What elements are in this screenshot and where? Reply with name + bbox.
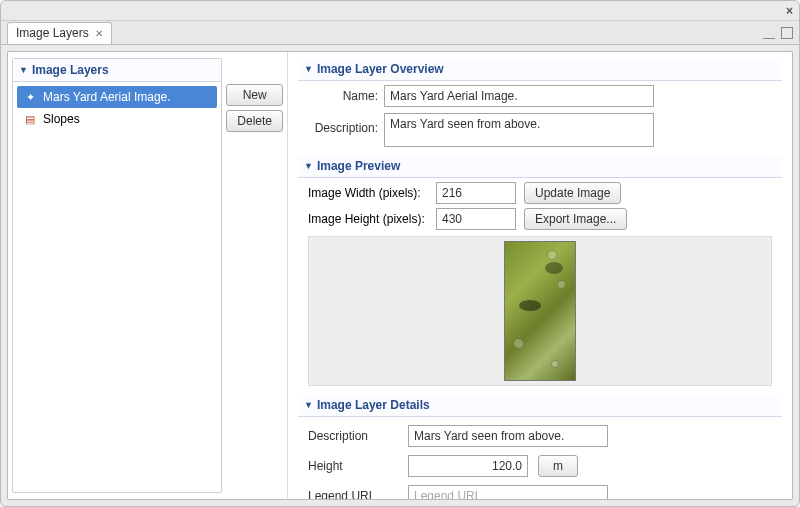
tree-button-column: New Delete xyxy=(226,58,283,493)
details-height-label: Height xyxy=(308,459,398,473)
overview-section: ▼ Image Layer Overview Name: Description… xyxy=(298,58,782,147)
window-close-icon[interactable]: × xyxy=(786,4,793,18)
details-legend-input[interactable] xyxy=(408,485,608,499)
delete-button[interactable]: Delete xyxy=(226,110,283,132)
details-header[interactable]: ▼ Image Layer Details xyxy=(298,394,782,417)
description-input[interactable] xyxy=(384,113,654,147)
left-column: ▼ Image Layers ✦ Mars Yard Aerial Image.… xyxy=(8,52,288,499)
update-image-button[interactable]: Update Image xyxy=(524,182,621,204)
export-image-button[interactable]: Export Image... xyxy=(524,208,627,230)
image-width-label: Image Width (pixels): xyxy=(308,186,428,200)
titlebar: × xyxy=(1,1,799,21)
image-preview-box xyxy=(308,236,772,386)
tree-item-mars-yard[interactable]: ✦ Mars Yard Aerial Image. xyxy=(17,86,217,108)
tab-bar: Image Layers ✕ xyxy=(1,21,799,45)
chevron-down-icon: ▼ xyxy=(304,64,313,74)
tree-item-label: Slopes xyxy=(43,112,80,126)
tree-list: ✦ Mars Yard Aerial Image. ▤ Slopes xyxy=(13,82,221,134)
details-legend-label: Legend URL xyxy=(308,489,398,499)
image-height-label: Image Height (pixels): xyxy=(308,212,428,226)
tree-header[interactable]: ▼ Image Layers xyxy=(13,59,221,82)
details-section: ▼ Image Layer Details Description Height… xyxy=(298,394,782,499)
tree-item-slopes[interactable]: ▤ Slopes xyxy=(17,108,217,130)
section-title: Image Layer Details xyxy=(317,398,430,412)
minimize-icon[interactable] xyxy=(763,33,775,39)
tree-item-label: Mars Yard Aerial Image. xyxy=(43,90,171,104)
terrain-preview-image xyxy=(504,241,576,381)
preview-section: ▼ Image Preview Image Width (pixels): Up… xyxy=(298,155,782,386)
chevron-down-icon: ▼ xyxy=(304,400,313,410)
details-desc-label: Description xyxy=(308,429,398,443)
maximize-icon[interactable] xyxy=(781,27,793,39)
details-height-input[interactable] xyxy=(408,455,528,477)
tree-panel: ▼ Image Layers ✦ Mars Yard Aerial Image.… xyxy=(12,58,222,493)
name-label: Name: xyxy=(308,89,378,103)
tree-header-label: Image Layers xyxy=(32,63,109,77)
height-unit-button[interactable]: m xyxy=(538,455,578,477)
image-width-input[interactable] xyxy=(436,182,516,204)
layer-icon: ▤ xyxy=(23,112,37,126)
content-area: ▼ Image Layers ✦ Mars Yard Aerial Image.… xyxy=(7,51,793,500)
section-title: Image Preview xyxy=(317,159,400,173)
overview-header[interactable]: ▼ Image Layer Overview xyxy=(298,58,782,81)
name-input[interactable] xyxy=(384,85,654,107)
new-button[interactable]: New xyxy=(226,84,283,106)
tab-image-layers[interactable]: Image Layers ✕ xyxy=(7,22,112,44)
layer-icon: ✦ xyxy=(23,90,37,104)
description-label: Description: xyxy=(308,113,378,135)
image-height-input[interactable] xyxy=(436,208,516,230)
section-title: Image Layer Overview xyxy=(317,62,444,76)
right-column: ▼ Image Layer Overview Name: Description… xyxy=(288,52,792,499)
chevron-down-icon: ▼ xyxy=(304,161,313,171)
chevron-down-icon: ▼ xyxy=(19,65,28,75)
app-window: × Image Layers ✕ ▼ Image Layers ✦ Mars Y… xyxy=(0,0,800,507)
details-desc-input[interactable] xyxy=(408,425,608,447)
tab-close-icon[interactable]: ✕ xyxy=(95,28,103,39)
tab-label: Image Layers xyxy=(16,26,89,40)
preview-header[interactable]: ▼ Image Preview xyxy=(298,155,782,178)
